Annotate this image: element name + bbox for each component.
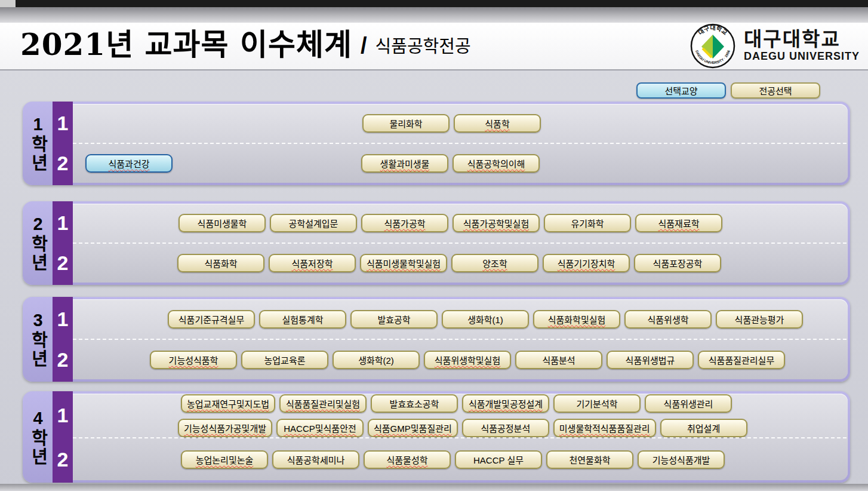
- course-button[interactable]: 발효효소공학: [371, 394, 458, 413]
- course-button[interactable]: 식품과건강: [85, 154, 173, 173]
- course-label: 천연물화학: [569, 453, 610, 466]
- course-button[interactable]: 유기화학: [544, 214, 631, 232]
- course-button[interactable]: 식품저장학: [269, 254, 356, 272]
- course-button[interactable]: 농업교육론: [241, 351, 328, 369]
- course-label: 식품재료학: [658, 217, 699, 229]
- course-button[interactable]: 식품가공학: [361, 214, 448, 232]
- course-label: 식품포장공학: [653, 257, 703, 269]
- year3-semester-1: 1식품기준규격실무실험통계학발효공학생화학(1)식품화학및실험식품위생학식품관능…: [73, 299, 847, 339]
- year-label-column: 4학년: [23, 391, 53, 483]
- course-label: 농업논리및논술: [196, 453, 254, 466]
- course-row: 물리화학식품학: [73, 114, 847, 133]
- course-label: 식품위생학및실험: [435, 354, 500, 366]
- course-button[interactable]: HACCP 실무: [455, 450, 542, 469]
- year-label: 2학년: [29, 214, 47, 272]
- course-button[interactable]: 식품기기장치학: [543, 254, 630, 272]
- course-button[interactable]: 식품GMP및품질관리: [368, 419, 458, 437]
- course-label: 생활과미생물: [380, 157, 430, 170]
- course-row: 식품과건강생활과미생물식품공학의이해: [73, 154, 847, 173]
- course-button[interactable]: 식품위생학: [624, 310, 712, 329]
- course-label: 식품학: [485, 117, 509, 130]
- course-label: 양조학: [482, 257, 507, 269]
- course-button[interactable]: 천연물화학: [546, 450, 633, 469]
- course-button[interactable]: 식품학: [454, 114, 541, 133]
- year3-semester-2: 2기능성식품학농업교육론생화학(2)식품위생학및실험식품분석식품위생법규식품품질…: [73, 340, 847, 379]
- course-label: 발효공학: [377, 313, 410, 326]
- course-button[interactable]: 식품위생법규: [607, 351, 694, 369]
- course-button[interactable]: HACCP및식품안전: [276, 419, 364, 437]
- top-black-bar: [0, 0, 868, 7]
- course-button[interactable]: 생활과미생물: [361, 154, 448, 173]
- course-label: HACCP 실무: [473, 453, 524, 466]
- legend: 선택교양 전공선택: [23, 82, 820, 99]
- course-button[interactable]: 실험통계학: [259, 310, 346, 329]
- course-button[interactable]: 식품화학및실험: [533, 310, 620, 329]
- course-button[interactable]: 식품기준규격실무: [168, 310, 255, 329]
- course-label: 식품화학및실험: [548, 313, 606, 326]
- year-label-column: 3학년: [23, 297, 53, 382]
- year-label-column: 2학년: [23, 201, 53, 285]
- course-row: 식품화학식품저장학식품미생물학및실험양조학식품기기장치학식품포장공학: [73, 254, 847, 272]
- title-major: 식품공학전공: [375, 32, 471, 62]
- course-button[interactable]: 기능성식품학: [150, 351, 237, 369]
- course-button[interactable]: 식품물성학: [364, 450, 451, 469]
- year-label: 1학년: [29, 115, 47, 172]
- top-silver-strip: [0, 7, 868, 23]
- course-label: 식품공학세미나: [287, 453, 345, 466]
- course-button[interactable]: 공학설계입문: [270, 214, 357, 232]
- year2-semester-1: 1식품미생물학공학설계입문식품가공학식품가공학및실험유기화학식품재료학: [73, 204, 847, 243]
- course-button[interactable]: 기능성식품개발: [638, 450, 725, 469]
- year4-semester-2: 2농업논리및논술식품공학세미나식품물성학HACCP 실무천연물화학기능성식품개발: [73, 438, 847, 480]
- course-button[interactable]: 식품품질관리및실험: [279, 394, 367, 413]
- course-button[interactable]: 식품위생관리: [645, 394, 732, 413]
- course-button[interactable]: 생화학(2): [333, 351, 420, 369]
- legend-major-elective[interactable]: 전공선택: [731, 82, 820, 99]
- year1-semester-1: 1물리화학식품학: [73, 104, 847, 143]
- course-row: 농업논리및논술식품공학세미나식품물성학HACCP 실무천연물화학기능성식품개발: [73, 450, 847, 469]
- course-label: 기기분석학: [577, 397, 618, 410]
- year-band-1: 1학년1물리화학식품학2식품과건강생활과미생물식품공학의이해: [23, 102, 850, 185]
- course-button[interactable]: 취업설계: [660, 419, 747, 437]
- course-button[interactable]: 양조학: [451, 254, 538, 272]
- semester-number: 2: [53, 251, 73, 275]
- course-label: 식품품질관리및실험: [286, 397, 360, 410]
- course-button[interactable]: 식품화학: [177, 254, 264, 272]
- course-button[interactable]: 미생물학적식품품질관리: [553, 419, 656, 437]
- course-button[interactable]: 농업교재연구및지도법: [181, 394, 275, 413]
- course-label: 공학설계입문: [289, 217, 338, 229]
- course-button[interactable]: 기능성식품가공및개발: [178, 419, 272, 437]
- course-row: 기능성식품가공및개발HACCP및식품안전식품GMP및품질관리식품공정분석미생물학…: [73, 419, 847, 437]
- legend-elective-liberal[interactable]: 선택교양: [636, 82, 726, 99]
- course-button[interactable]: 식품품질관리실무: [698, 351, 785, 369]
- course-button[interactable]: 농업논리및논술: [181, 450, 268, 469]
- course-label: 식품품질관리실무: [709, 354, 774, 366]
- university-seal-icon: 대구대학교 DAEGU UNIVERSITY · 1956: [688, 22, 739, 70]
- university-name-en: DAEGU UNIVERSITY: [744, 50, 860, 63]
- university-logo: 대구대학교 DAEGU UNIVERSITY · 1956 대구대학교 DAEG…: [688, 22, 860, 70]
- course-button[interactable]: 식품포장공학: [634, 254, 721, 272]
- course-button[interactable]: 생화학(1): [442, 310, 529, 329]
- course-label: 농업교재연구및지도법: [187, 397, 269, 410]
- course-button[interactable]: 식품관능평가: [716, 310, 803, 329]
- course-button[interactable]: 식품공학세미나: [272, 450, 359, 469]
- course-button[interactable]: 식품개발및공정설계: [462, 394, 549, 413]
- course-button[interactable]: 식품공정분석: [462, 419, 549, 437]
- course-button[interactable]: 식품분석: [515, 351, 602, 369]
- course-button[interactable]: 발효공학: [350, 310, 438, 329]
- course-row: 식품기준규격실무실험통계학발효공학생화학(1)식품화학및실험식품위생학식품관능평…: [73, 310, 847, 329]
- course-label: HACCP및식품안전: [284, 422, 356, 434]
- course-button[interactable]: 기기분석학: [553, 394, 641, 413]
- course-button[interactable]: 식품재료학: [635, 214, 722, 232]
- bottom-silver-strip: [0, 484, 868, 491]
- year-band-4: 4학년1농업교재연구및지도법식품품질관리및실험발효효소공학식품개발및공정설계기기…: [23, 391, 850, 483]
- course-button[interactable]: 식품가공학및실험: [453, 214, 540, 232]
- course-button[interactable]: 물리화학: [362, 114, 450, 133]
- course-label: 식품GMP및품질관리: [374, 422, 452, 434]
- course-label: 식품미생물학: [198, 217, 247, 229]
- year-label-column: 1학년: [23, 102, 53, 185]
- course-button[interactable]: 식품미생물학: [178, 214, 266, 232]
- year-band-2: 2학년1식품미생물학공학설계입문식품가공학식품가공학및실험유기화학식품재료학2식…: [23, 201, 850, 285]
- course-button[interactable]: 식품공학의이해: [453, 154, 540, 173]
- course-button[interactable]: 식품위생학및실험: [424, 351, 511, 369]
- course-button[interactable]: 식품미생물학및실험: [360, 254, 447, 272]
